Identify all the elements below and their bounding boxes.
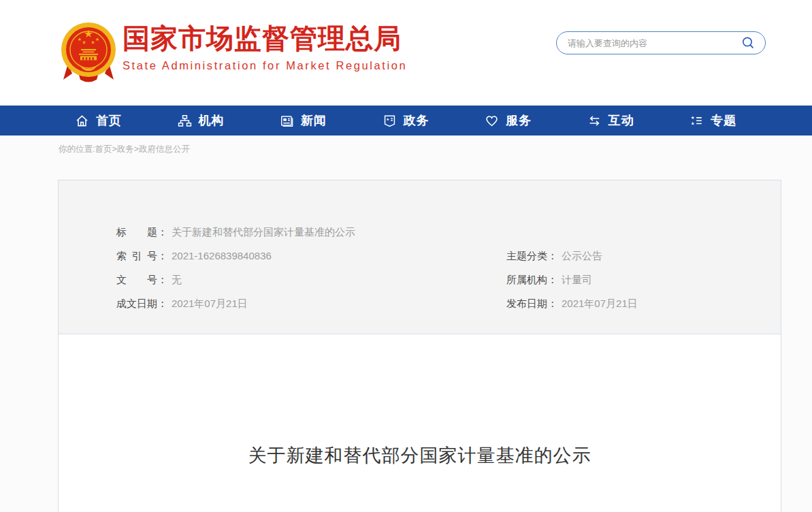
breadcrumb[interactable]: 你的位置:首页>政务>政府信息公开 bbox=[59, 144, 812, 155]
meta-label: 主题分类： bbox=[506, 250, 557, 261]
article-title: 关于新建和替代部分国家计量基准的公示 bbox=[86, 443, 753, 468]
site-title-en: State Administration for Market Regulati… bbox=[123, 59, 407, 72]
site-header: 国家市场监督管理总局 State Administration for Mark… bbox=[0, 0, 812, 106]
organization-icon bbox=[178, 114, 192, 128]
nav-item-topics[interactable]: 专题 bbox=[689, 112, 736, 129]
meta-label: 文 号： bbox=[116, 274, 167, 285]
meta-value: 公示公告 bbox=[562, 250, 602, 261]
interaction-arrows-icon bbox=[587, 114, 602, 128]
nav-item-home[interactable]: 首页 bbox=[75, 112, 122, 129]
meta-label: 标 题： bbox=[116, 226, 167, 238]
nav-item-interaction[interactable]: 互动 bbox=[587, 112, 634, 129]
meta-label: 成文日期： bbox=[116, 298, 167, 309]
meta-value: 2021-1626839840836 bbox=[172, 250, 272, 261]
site-title-block: 国家市场监督管理总局 State Administration for Mark… bbox=[123, 23, 407, 72]
meta-column-left: 标 题：关于新建和替代部分国家计量基准的公示 索 引 号：2021-162683… bbox=[59, 220, 506, 315]
meta-row-index-number: 索 引 号：2021-1626839840836 bbox=[116, 244, 506, 268]
search-button[interactable] bbox=[740, 35, 756, 51]
meta-value: 计量司 bbox=[562, 274, 592, 285]
nav-item-government[interactable]: 政务 bbox=[383, 112, 429, 129]
document-meta-section: 标 题：关于新建和替代部分国家计量基准的公示 索 引 号：2021-162683… bbox=[59, 180, 781, 334]
site-logo-link[interactable] bbox=[60, 21, 117, 85]
nav-item-organization[interactable]: 机构 bbox=[178, 112, 225, 129]
nav-label: 政务 bbox=[404, 112, 429, 129]
meta-label: 所属机构： bbox=[506, 274, 557, 285]
meta-row-title: 标 题：关于新建和替代部分国家计量基准的公示 bbox=[116, 220, 506, 244]
meta-label: 索 引 号： bbox=[116, 250, 167, 261]
meta-column-right: 主题分类：公示公告 所属机构：计量司 发布日期：2021年07月21日 bbox=[506, 220, 781, 315]
meta-row-topic-category: 主题分类：公示公告 bbox=[506, 244, 781, 268]
main-nav: 首页 机构 新闻 政务 bbox=[0, 106, 812, 135]
national-emblem-icon bbox=[60, 21, 117, 85]
meta-row-publish-date: 发布日期：2021年07月21日 bbox=[506, 291, 781, 315]
meta-row-written-date: 成文日期：2021年07月21日 bbox=[116, 291, 506, 315]
nav-label: 首页 bbox=[96, 112, 122, 129]
nav-label: 服务 bbox=[506, 112, 532, 129]
home-icon bbox=[75, 114, 89, 128]
meta-value: 关于新建和替代部分国家计量基准的公示 bbox=[172, 226, 355, 238]
search-icon bbox=[741, 35, 756, 50]
nav-label: 新闻 bbox=[301, 112, 327, 129]
meta-value: 2021年07月21日 bbox=[172, 298, 248, 309]
meta-value: 无 bbox=[172, 274, 182, 285]
nav-label: 机构 bbox=[199, 112, 225, 129]
search-input[interactable] bbox=[568, 38, 740, 48]
nav-item-service[interactable]: 服务 bbox=[485, 112, 532, 129]
meta-row-issuing-department: 所属机构：计量司 bbox=[506, 268, 781, 291]
document-info-panel: 标 题：关于新建和替代部分国家计量基准的公示 索 引 号：2021-162683… bbox=[58, 180, 781, 512]
topics-star-list-icon bbox=[689, 114, 704, 128]
search-box bbox=[556, 31, 766, 54]
meta-value: 2021年07月21日 bbox=[562, 298, 638, 309]
service-heart-icon bbox=[485, 114, 499, 128]
site-title-cn: 国家市场监督管理总局 bbox=[123, 23, 407, 53]
article-body: 关于新建和替代部分国家计量基准的公示 bbox=[59, 334, 781, 512]
nav-label: 专题 bbox=[711, 112, 736, 129]
nav-item-news[interactable]: 新闻 bbox=[280, 112, 327, 129]
meta-row-document-number: 文 号：无 bbox=[116, 268, 506, 291]
meta-label: 发布日期： bbox=[506, 298, 557, 309]
nav-label: 互动 bbox=[608, 112, 634, 129]
government-icon bbox=[383, 114, 397, 128]
news-icon bbox=[280, 114, 294, 128]
